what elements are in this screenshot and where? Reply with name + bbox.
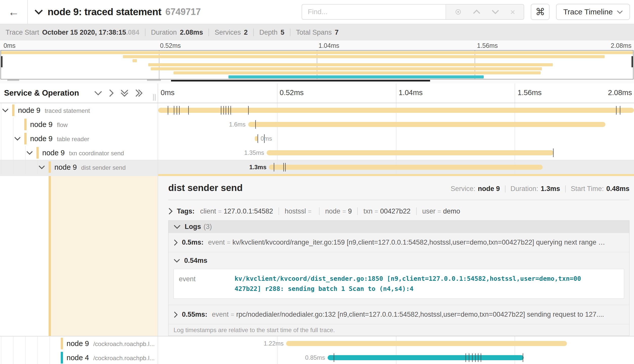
log-marker-tick (228, 106, 229, 115)
span-row[interactable]: node 9table reader0ms (0, 132, 634, 146)
log-expand-chevron-icon[interactable] (174, 239, 178, 246)
minimap-canvas[interactable] (1, 50, 633, 79)
trace-minimap: 0ms0.52ms1.04ms1.56ms2.08ms (0, 40, 634, 83)
minimap-tick-label: 2.08ms (611, 42, 631, 49)
collapse-one-icon[interactable] (94, 91, 102, 96)
log-marker-tick (221, 106, 221, 115)
collapse-trace-chevron-icon[interactable] (34, 9, 43, 15)
span-service-name[interactable]: node 9/cockroach.roachpb.I... (67, 339, 155, 348)
log-expand-chevron-icon[interactable] (174, 311, 178, 318)
span-timeline-cell[interactable]: 1.3ms (158, 160, 634, 174)
span-service-name[interactable]: node 9txn coordinator send (42, 149, 124, 157)
log-marker-tick (274, 163, 274, 172)
minimap-span-bar (228, 75, 484, 78)
log-row-1[interactable]: 0.5ms: event = kv/kvclient/kvcoord/range… (168, 233, 629, 252)
span-row[interactable]: node 4/cockroach.roachpb.I...0.85ms (0, 351, 634, 364)
span-row[interactable]: node 9traced statement (0, 103, 634, 117)
span-timeline-cell[interactable]: 1.6ms (158, 117, 634, 132)
log-event-box: event kv/kvclient/kvcoord/dist_sender.go… (174, 269, 624, 299)
log-time: 0.54ms (184, 257, 207, 265)
span-operation-name: dist sender send (81, 164, 126, 171)
page-header: ← node 9: traced statement 6749717 (0, 0, 634, 24)
span-timeline-cell[interactable]: 0ms (158, 132, 634, 146)
span-color-accent (36, 147, 39, 159)
summary-item: Duration2.08ms (151, 29, 203, 36)
span-duration-bar[interactable] (269, 165, 543, 170)
start-time-value: 0.48ms (606, 185, 629, 193)
span-duration-bar[interactable] (248, 122, 606, 127)
span-timeline-cell[interactable]: 0.85ms (158, 351, 634, 364)
log-row-2-header[interactable]: 0.54ms (174, 252, 624, 269)
span-tree-cell[interactable]: node 9txn coordinator send (0, 146, 158, 160)
tag-item: hostssl= (285, 207, 313, 215)
log-row-3[interactable]: 0.55ms: event = rpc/nodedialer/nodediale… (168, 305, 629, 324)
span-duration-bar[interactable] (286, 341, 567, 346)
timeline-ticks: 0ms0.52ms1.04ms1.56ms2.08ms (158, 83, 634, 103)
minimap-span-bar (174, 71, 541, 74)
collapse-all-icon[interactable] (120, 89, 129, 97)
detail-span-info: Service: node 9 Duration: 1.3ms Start Ti… (451, 185, 629, 193)
keyboard-shortcuts-button[interactable]: ⌘ (531, 4, 550, 20)
span-duration-bar[interactable] (267, 150, 554, 155)
span-service-name[interactable]: node 4/cockroach.roachpb.I... (67, 354, 155, 362)
focus-target-icon[interactable] (455, 8, 462, 15)
span-duration-bar[interactable] (328, 355, 524, 360)
clear-search-icon[interactable]: × (510, 8, 515, 16)
prev-result-icon[interactable] (473, 10, 480, 14)
span-service-name[interactable]: node 9table reader (30, 135, 89, 143)
span-tree-cell[interactable]: node 9table reader (0, 132, 158, 146)
span-service-name[interactable]: node 9dist sender send (54, 163, 126, 171)
duration-label: Duration: (511, 185, 538, 193)
logs-collapse-chevron-icon (174, 225, 181, 229)
span-duration-label: 1.35ms (244, 149, 264, 156)
span-tree-cell[interactable]: node 4/cockroach.roachpb.I... (0, 351, 158, 364)
selected-subtree-backdrop (51, 176, 158, 336)
next-result-icon[interactable] (492, 10, 499, 14)
timeline-tick-label: 1.04ms (399, 89, 423, 97)
span-duration-bar[interactable] (158, 108, 634, 113)
span-tree-cell[interactable]: node 9traced statement (0, 103, 158, 117)
page-title: node 9: traced statement (48, 6, 161, 17)
back-button[interactable]: ← (0, 0, 28, 24)
logs-header[interactable]: Logs (3) (168, 221, 629, 233)
span-row[interactable]: node 9flow1.6ms (0, 117, 634, 132)
column-resize-grip[interactable] (153, 94, 156, 101)
logs-count: (3) (204, 223, 212, 231)
timeline-tick-label: 1.56ms (518, 89, 542, 97)
span-tree-cell[interactable]: node 9/cockroach.roachpb.I... (0, 336, 158, 351)
span-collapse-chevron-icon[interactable] (26, 151, 33, 155)
detail-tree-gutter (0, 176, 158, 336)
minimap-scrubber-right[interactable] (631, 56, 633, 67)
minimap-ticks: 0ms0.52ms1.04ms1.56ms2.08ms (0, 40, 634, 50)
span-timeline-cell[interactable] (158, 103, 634, 117)
span-row[interactable]: node 9txn coordinator send1.35ms (0, 146, 634, 160)
span-timeline-cell[interactable]: 1.35ms (158, 146, 634, 160)
span-collapse-chevron-icon[interactable] (38, 165, 45, 169)
log-marker-tick (285, 163, 286, 172)
minimap-tick-label: 0ms (4, 42, 15, 49)
span-row[interactable]: node 9dist sender send1.3ms (0, 160, 634, 174)
span-color-accent (49, 161, 51, 173)
span-duration-label: 0.85ms (305, 354, 325, 361)
expand-all-icon[interactable] (135, 89, 143, 97)
minimap-scrubber-left[interactable] (1, 56, 3, 67)
find-input[interactable] (302, 5, 445, 19)
tags-row[interactable]: Tags: client=127.0.0.1:54582hostssl=node… (168, 205, 629, 217)
tags-expand-chevron-icon[interactable] (168, 208, 173, 215)
view-selector-button[interactable]: Trace Timeline (556, 4, 630, 20)
span-service-name[interactable]: node 9flow (30, 120, 68, 129)
span-color-accent (61, 338, 63, 349)
summary-item: Services2 (215, 29, 248, 36)
log-collapse-chevron-icon[interactable] (174, 259, 180, 263)
span-service-name[interactable]: node 9traced statement (18, 106, 90, 115)
span-tree-cell[interactable]: node 9dist sender send (0, 160, 158, 174)
timeline-tick-label: 0ms (161, 89, 175, 97)
span-collapse-chevron-icon[interactable] (14, 137, 21, 141)
span-color-accent (24, 133, 27, 144)
span-tree-cell[interactable]: node 9flow (0, 117, 158, 132)
span-collapse-chevron-icon[interactable] (2, 108, 9, 112)
span-timeline-cell[interactable]: 1.22ms (158, 336, 634, 351)
timeline-tick-label: 2.08ms (608, 89, 632, 97)
expand-one-icon[interactable] (109, 89, 114, 97)
span-row[interactable]: node 9/cockroach.roachpb.I...1.22ms (0, 336, 634, 351)
